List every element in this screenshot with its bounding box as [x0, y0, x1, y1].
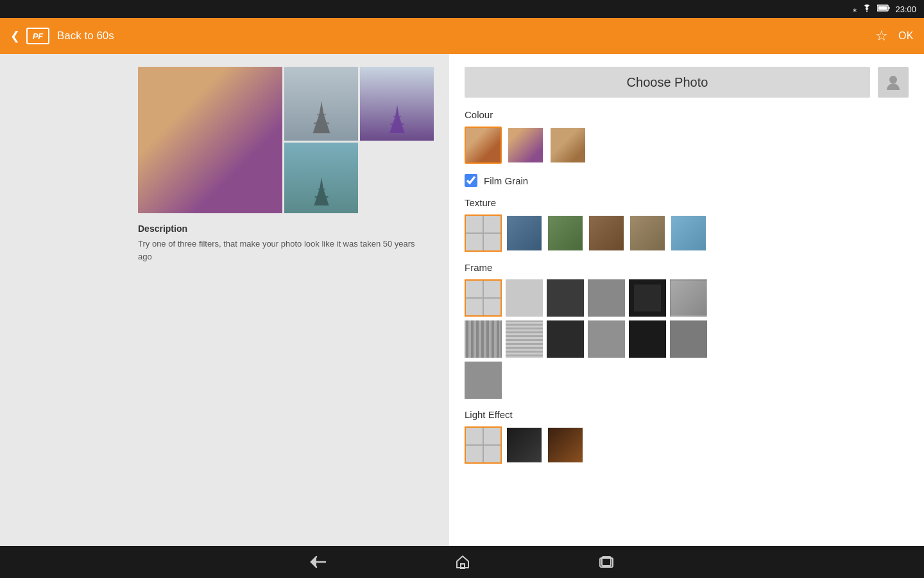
texture-section: Texture	[465, 197, 909, 252]
svg-rect-5	[317, 114, 325, 115]
film-grain-row: Film Grain	[465, 174, 909, 187]
choose-photo-row: Choose Photo	[465, 67, 909, 98]
nav-back-button[interactable]	[310, 556, 327, 568]
frame-section: Frame	[465, 262, 909, 399]
frame-swatch-striped[interactable]	[465, 320, 502, 358]
svg-marker-3	[312, 101, 330, 133]
left-panel: Description Try one of three filters, th…	[0, 54, 449, 546]
main-layout: Description Try one of three filters, th…	[0, 54, 924, 546]
light-effect-section: Light Effect	[465, 409, 909, 464]
frame-swatch-dark2[interactable]	[547, 320, 584, 358]
back-arrow-icon: ❮	[10, 29, 20, 43]
ok-button[interactable]: OK	[898, 30, 914, 42]
frame-swatch-grey-soft[interactable]	[670, 279, 707, 317]
photo-eiffel-purple	[360, 67, 434, 141]
frame-swatch-light[interactable]	[506, 279, 543, 317]
svg-rect-10	[314, 196, 328, 197]
texture-swatch-sky[interactable]	[670, 215, 707, 252]
app-logo: PF	[26, 28, 49, 44]
description-section: Description Try one of three filters, th…	[138, 223, 420, 263]
back-button[interactable]: ❮ PF Back to 60s	[10, 28, 114, 44]
star-icon: ☆	[875, 28, 888, 44]
back-label: Back to 60s	[57, 30, 114, 42]
nav-home-icon	[455, 555, 470, 569]
status-time: 23:00	[895, 4, 916, 14]
choose-photo-button[interactable]: Choose Photo	[465, 67, 870, 98]
frame-swatch-grey5[interactable]	[465, 362, 502, 399]
colour-swatch-purple[interactable]	[507, 127, 544, 164]
frame-swatch-black[interactable]	[629, 279, 666, 317]
light-swatch-none[interactable]	[465, 426, 502, 464]
nav-recent-button[interactable]	[599, 556, 614, 568]
texture-swatch-brown[interactable]	[588, 215, 625, 252]
battery-icon	[877, 4, 890, 13]
status-bar: ⁎ 23:00	[0, 0, 924, 18]
texture-swatches	[465, 215, 909, 252]
texture-swatch-green[interactable]	[547, 215, 584, 252]
top-bar: ❮ PF Back to 60s ☆ OK	[0, 18, 924, 54]
top-bar-actions: ☆ OK	[875, 28, 914, 44]
description-text: Try one of three filters, that make your…	[138, 238, 420, 263]
texture-label: Texture	[465, 197, 909, 208]
star-button[interactable]: ☆	[875, 28, 888, 44]
svg-rect-7	[390, 123, 404, 125]
photo-eiffel-teal	[284, 143, 358, 213]
texture-swatch-tan[interactable]	[629, 215, 666, 252]
svg-rect-11	[318, 189, 325, 190]
film-grain-label[interactable]: Film Grain	[484, 175, 528, 186]
frame-swatch-dark[interactable]	[547, 279, 584, 317]
colour-swatch-warm[interactable]	[465, 127, 502, 164]
frame-swatch-grey3[interactable]	[588, 320, 625, 358]
svg-marker-6	[389, 105, 404, 133]
light-swatch-warm[interactable]	[547, 426, 584, 464]
light-swatches	[465, 426, 909, 464]
description-title: Description	[138, 223, 420, 234]
svg-rect-8	[393, 116, 401, 118]
right-panel: Choose Photo Colour	[449, 54, 924, 546]
wifi-icon	[862, 4, 872, 14]
svg-rect-1	[889, 7, 890, 10]
frame-swatch-grey4[interactable]	[670, 320, 707, 358]
photo-girl-large	[138, 67, 282, 213]
svg-rect-2	[878, 6, 887, 10]
colour-swatch-sepia[interactable]	[549, 127, 586, 164]
avatar-placeholder	[878, 67, 909, 98]
colour-swatches	[465, 127, 909, 164]
film-grain-checkbox[interactable]	[465, 174, 477, 187]
frame-swatch-striped2[interactable]	[506, 320, 543, 358]
nav-home-button[interactable]	[455, 555, 470, 569]
bluetooth-icon: ⁎	[853, 4, 857, 13]
texture-swatch-none[interactable]	[465, 215, 502, 252]
svg-rect-4	[314, 123, 329, 125]
frame-swatch-none[interactable]	[465, 279, 502, 317]
nav-back-icon	[310, 556, 327, 568]
frame-label: Frame	[465, 262, 909, 273]
svg-marker-9	[314, 177, 329, 206]
nav-bar	[0, 546, 924, 578]
colour-section: Colour	[465, 109, 909, 164]
light-swatch-dark[interactable]	[506, 426, 543, 464]
nav-recent-icon	[599, 556, 614, 568]
avatar-icon	[884, 73, 902, 91]
light-effect-label: Light Effect	[465, 409, 909, 420]
photo-eiffel-bw	[284, 67, 358, 141]
frame-swatch-dark3[interactable]	[629, 320, 666, 358]
frame-swatch-medium[interactable]	[588, 279, 625, 317]
colour-label: Colour	[465, 109, 909, 120]
frame-swatches	[465, 279, 747, 399]
svg-point-12	[889, 76, 897, 83]
texture-swatch-blue[interactable]	[506, 215, 543, 252]
photo-grid	[138, 67, 433, 213]
